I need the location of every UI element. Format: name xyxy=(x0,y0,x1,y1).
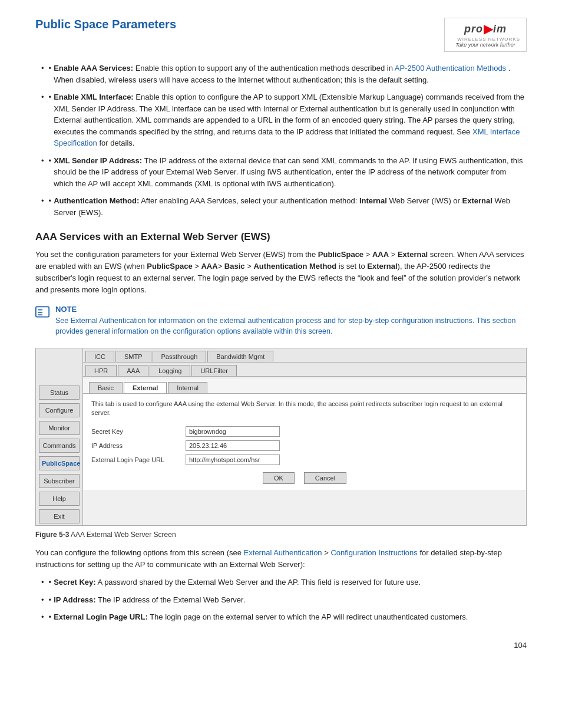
form-input-ip-address[interactable] xyxy=(186,440,280,451)
tab-external[interactable]: External xyxy=(124,382,167,393)
bullet4-text: After enabling AAA Services, select your… xyxy=(141,196,359,205)
bb2-text: The IP address of the External Web Serve… xyxy=(98,595,245,604)
note-box: NOTE See External Authentication for inf… xyxy=(35,305,527,338)
form-row-ip-address: IP Address xyxy=(91,440,518,451)
bullet2-text2: for details. xyxy=(99,139,134,147)
ui-top-tabs: ICC SMTP Passthrough Bandwidth Mgmt xyxy=(83,348,526,363)
bottom-text: You can configure the following options … xyxy=(35,547,527,571)
bb2-label: IP Address: xyxy=(54,595,96,604)
intro-bullets: • Enable AAA Services: Enable this optio… xyxy=(41,62,527,218)
page-number: 104 xyxy=(35,641,527,650)
bb3-text: The login page on the external server to… xyxy=(150,612,468,621)
ui-buttons: OK Cancel xyxy=(91,472,518,484)
sidebar-item-help[interactable]: Help xyxy=(39,492,80,506)
bb1-label: Secret Key: xyxy=(54,578,96,587)
ui-second-tabs: HPR AAA Logging URLFilter xyxy=(83,363,526,377)
logo-wireless: WIRELESS NETWORKS xyxy=(451,37,520,42)
bullet-xml-interface: • Enable XML Interface: Enable this opti… xyxy=(41,91,527,149)
form-input-login-url[interactable] xyxy=(186,454,280,465)
tab-icc[interactable]: ICC xyxy=(85,351,114,362)
section2-body: You set the configuration parameters for… xyxy=(35,249,527,297)
bottom-bullet-login-url: • External Login Page URL: The login pag… xyxy=(41,611,527,623)
bb3-label: External Login Page URL: xyxy=(54,612,148,621)
logo-tagline: Take your network further xyxy=(451,42,520,48)
sidebar-item-subscriber[interactable]: Subscriber xyxy=(39,474,80,488)
figure-label: Figure 5-3 xyxy=(35,531,69,539)
sidebar-item-exit[interactable]: Exit xyxy=(39,509,80,523)
bullet-auth-method: • Authentication Method: After enabling … xyxy=(41,195,527,218)
note-icon xyxy=(35,306,49,319)
bb1-text: A password shared by the External Web Se… xyxy=(98,578,421,587)
bullet1-link[interactable]: AP-2500 Authentication Methods xyxy=(395,64,506,73)
bullet1-label: Enable AAA Services: xyxy=(54,64,133,73)
note-label: NOTE xyxy=(55,305,527,314)
note-link-external-auth[interactable]: See External Authentication xyxy=(55,317,146,325)
ok-button[interactable]: OK xyxy=(263,472,295,484)
logo-area: pro ▶ im WIRELESS NETWORKS Take your net… xyxy=(444,18,527,52)
tab-basic[interactable]: Basic xyxy=(89,382,123,393)
logo-pro: pro xyxy=(464,23,483,35)
sidebar-item-monitor[interactable]: Monitor xyxy=(39,421,80,435)
sidebar-item-status[interactable]: Status xyxy=(39,386,80,400)
form-label-login-url: External Login Page URL xyxy=(91,456,186,463)
bullet-xml-sender: • XML Sender IP Address: The IP address … xyxy=(41,155,527,190)
ui-main: ICC SMTP Passthrough Bandwidth Mgmt HPR … xyxy=(83,348,526,525)
note-content: NOTE See External Authentication for inf… xyxy=(55,305,527,338)
form-label-ip-address: IP Address xyxy=(91,442,186,449)
tab-internal[interactable]: Internal xyxy=(168,382,207,393)
form-row-secret-key: Secret Key xyxy=(91,426,518,437)
ui-inner-tabs: Basic External Internal xyxy=(83,379,526,394)
page-header: Public Space Parameters pro ▶ im WIRELES… xyxy=(35,18,527,52)
bottom-bullet-secret-key: • Secret Key: A password shared by the E… xyxy=(41,577,527,588)
logo-arrow: ▶ xyxy=(484,22,492,36)
bullet4-bold3: External xyxy=(462,196,492,205)
bullet4-bold2: Internal xyxy=(359,196,387,205)
sidebar-item-commands[interactable]: Commands xyxy=(39,439,80,453)
bullet1-text: Enable this option to support any of the… xyxy=(135,64,395,73)
tab-logging[interactable]: Logging xyxy=(150,365,190,376)
tab-bandwidth[interactable]: Bandwidth Mgmt xyxy=(207,351,273,362)
bottom-bullets: • Secret Key: A password shared by the E… xyxy=(41,577,527,623)
section2-title: AAA Services with an External Web Server… xyxy=(35,231,527,243)
form-label-secret-key: Secret Key xyxy=(91,428,186,435)
bullet-aaa-services: • Enable AAA Services: Enable this optio… xyxy=(41,62,527,85)
ui-screenshot-panel: Status Configure Monitor Commands Public… xyxy=(35,348,527,526)
bullet2-label: Enable XML Interface: xyxy=(54,93,134,101)
tab-smtp[interactable]: SMTP xyxy=(115,351,151,362)
bullet4-text2: Web Server (IWS) or xyxy=(389,196,462,205)
sidebar-item-configure[interactable]: Configure xyxy=(39,403,80,417)
bullet3-label: XML Sender IP Address: xyxy=(54,156,142,165)
tab-passthrough[interactable]: Passthrough xyxy=(153,351,207,362)
figure-title: AAA External Web Server Screen xyxy=(71,531,176,539)
bullet4-label: Authentication Method: xyxy=(54,196,139,205)
proxim-brand: pro ▶ im xyxy=(451,22,520,36)
ui-content-area: This tab is used to configure AAA using … xyxy=(83,394,526,490)
ui-description: This tab is used to configure AAA using … xyxy=(91,400,518,418)
note-text: See External Authentication for informat… xyxy=(55,315,527,338)
sidebar-item-publicspace[interactable]: PublicSpace xyxy=(39,456,80,470)
bottom-link-external-auth[interactable]: External Authentication xyxy=(244,548,322,557)
cancel-button[interactable]: Cancel xyxy=(304,472,346,484)
page-title: Public Space Parameters xyxy=(35,18,176,31)
bottom-bullet-ip-address: • IP Address: The IP address of the Exte… xyxy=(41,594,527,606)
ui-sidebar: Status Configure Monitor Commands Public… xyxy=(36,348,83,525)
figure-caption: Figure 5-3 AAA External Web Server Scree… xyxy=(35,531,527,539)
tab-aaa[interactable]: AAA xyxy=(118,365,148,376)
form-input-secret-key[interactable] xyxy=(186,426,280,437)
tab-hpr[interactable]: HPR xyxy=(85,365,117,376)
bottom-link-config-instructions[interactable]: Configuration Instructions xyxy=(330,548,417,557)
logo-im: im xyxy=(493,23,507,35)
tab-urlfilter[interactable]: URLFilter xyxy=(191,365,236,376)
form-row-login-url: External Login Page URL xyxy=(91,454,518,465)
